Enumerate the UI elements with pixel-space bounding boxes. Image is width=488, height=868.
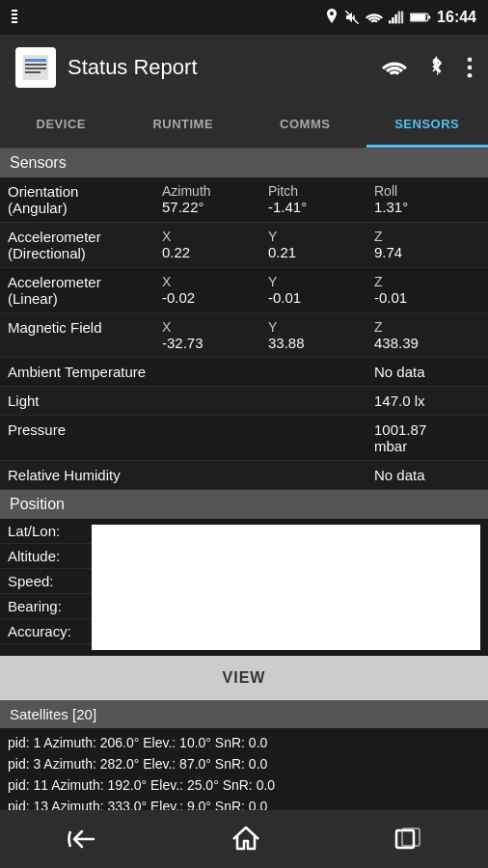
svg-rect-1 [12, 14, 17, 15]
svg-point-18 [468, 57, 473, 62]
svg-rect-5 [389, 20, 391, 23]
mute-icon [344, 10, 360, 25]
status-bar-icons: 16:44 [325, 9, 476, 26]
content-area: Sensors Orientation (Angular) Azimuth 57… [0, 149, 488, 810]
svg-rect-14 [25, 59, 46, 62]
view-button[interactable]: VIEW [223, 669, 266, 687]
position-section: Lat/Lon: Altitude: Speed: Bearing: Accur… [0, 519, 488, 656]
svg-rect-12 [411, 14, 426, 20]
position-speed-row: Speed: [0, 569, 92, 594]
bluetooth-icon[interactable] [426, 56, 447, 79]
home-icon [231, 826, 260, 853]
wifi-action-icon[interactable] [382, 57, 407, 78]
table-row: Orientation (Angular) Azimuth 57.22° Pit… [0, 177, 488, 223]
signal-icon [389, 11, 404, 24]
app-bar: Status Report [0, 35, 488, 100]
tab-comms[interactable]: COMMS [244, 100, 366, 148]
position-accuracy-row: Accuracy: [0, 619, 92, 644]
wifi-icon [366, 11, 383, 24]
svg-rect-15 [25, 64, 46, 66]
app-title: Status Report [68, 55, 370, 80]
svg-rect-7 [394, 14, 396, 24]
menu-icon [12, 9, 33, 26]
svg-rect-9 [401, 12, 403, 24]
list-item: pid: 13 Azimuth: 333.0° Elev.: 9.0° SnR:… [8, 796, 480, 810]
position-alt-row: Altitude: [0, 544, 92, 569]
satellite-list: pid: 1 Azimuth: 206.0° Elev.: 10.0° SnR:… [0, 728, 488, 810]
svg-rect-2 [12, 17, 17, 19]
list-item: pid: 1 Azimuth: 206.0° Elev.: 10.0° SnR:… [8, 732, 480, 753]
position-map[interactable] [92, 525, 480, 650]
app-icon [15, 47, 56, 88]
list-item: pid: 3 Azimuth: 282.0° Elev.: 87.0° SnR:… [8, 753, 480, 774]
svg-rect-6 [392, 17, 393, 23]
view-button-container: VIEW [0, 656, 488, 700]
position-bearing-row: Bearing: [0, 594, 92, 619]
svg-rect-17 [25, 71, 41, 73]
status-bar: 16:44 [0, 0, 488, 35]
position-lat-row: Lat/Lon: [0, 519, 92, 544]
table-row: Pressure 1001.87 mbar [0, 416, 488, 461]
table-row: Accelerometer (Directional) X 0.22 Y 0.2… [0, 223, 488, 268]
home-button[interactable] [203, 816, 289, 862]
position-section-header: Position [0, 490, 488, 519]
tab-runtime[interactable]: RUNTIME [122, 100, 245, 148]
svg-rect-16 [25, 68, 46, 69]
tab-sensors[interactable]: SENSORS [366, 100, 489, 148]
svg-point-19 [468, 66, 473, 70]
bottom-nav [0, 810, 488, 868]
svg-rect-3 [12, 21, 17, 23]
recent-apps-icon [394, 827, 421, 852]
table-row: Light 147.0 lx [0, 387, 488, 416]
status-bar-left [12, 9, 317, 26]
battery-icon [410, 12, 431, 23]
sensor-table: Orientation (Angular) Azimuth 57.22° Pit… [0, 177, 488, 490]
app-logo-icon [21, 53, 50, 82]
table-row: Accelerometer (Linear) X -0.02 Y -0.01 Z… [0, 268, 488, 313]
sensors-section-header: Sensors [0, 149, 488, 177]
svg-point-20 [468, 73, 473, 78]
svg-rect-11 [428, 15, 430, 18]
app-bar-actions [382, 56, 473, 79]
status-time: 16:44 [437, 9, 476, 26]
table-row: Magnetic Field X -32.73 Y 33.88 Z 438.39 [0, 313, 488, 358]
recent-apps-button[interactable] [366, 817, 450, 861]
satellites-header: Satellites [20] [0, 700, 488, 728]
location-icon [325, 9, 339, 26]
more-icon[interactable] [467, 56, 473, 79]
tab-device[interactable]: DEVICE [0, 100, 122, 148]
back-icon [67, 827, 97, 851]
svg-rect-0 [12, 10, 17, 12]
back-button[interactable] [38, 818, 126, 860]
tabs: DEVICE RUNTIME COMMS SENSORS [0, 100, 488, 149]
list-item: pid: 11 Azimuth: 192.0° Elev.: 25.0° SnR… [8, 774, 480, 796]
svg-rect-8 [398, 12, 400, 24]
table-row: Ambient Temperature No data [0, 358, 488, 387]
table-row: Relative Humidity No data [0, 461, 488, 490]
